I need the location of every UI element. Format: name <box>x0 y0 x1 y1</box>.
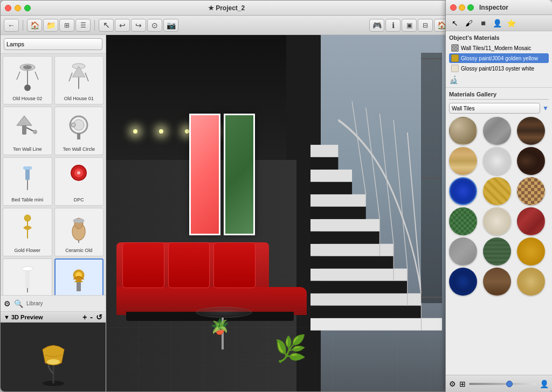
slider-thumb[interactable] <box>506 381 513 387</box>
object-label: Old House 01 <box>64 96 94 102</box>
swatch-item[interactable] <box>483 268 511 296</box>
window-frame <box>421 53 442 303</box>
svg-point-19 <box>71 123 75 127</box>
grid-button[interactable]: ⊞ <box>59 19 74 32</box>
pointer-button[interactable]: ↖ <box>99 19 114 32</box>
object-thumb <box>60 262 97 295</box>
inspector-close[interactable] <box>450 4 457 11</box>
swatch-item[interactable] <box>449 177 477 205</box>
grid-view-button[interactable]: ⊞ <box>459 380 466 388</box>
list-item[interactable]: Gold Flower <box>3 208 52 256</box>
slider-track[interactable] <box>469 383 536 385</box>
svg-rect-51 <box>310 219 380 232</box>
traffic-lights <box>5 5 31 11</box>
list-item[interactable]: Ten Wall Circle <box>54 107 104 155</box>
title-bar: ★ Project_2 <box>1 1 452 16</box>
material-swatch <box>451 54 459 62</box>
swatch-item[interactable] <box>483 207 511 235</box>
inspector-brush-icon[interactable]: 🖌 <box>463 17 475 29</box>
svg-rect-50 <box>310 244 394 256</box>
minimize-button[interactable] <box>15 5 21 11</box>
main-viewport[interactable]: 🪴 🌿 <box>106 35 452 392</box>
zoom-in-button[interactable]: + <box>82 313 87 321</box>
list-item[interactable]: DPC <box>54 157 104 206</box>
swatch-item[interactable] <box>483 177 511 205</box>
maximize-button[interactable] <box>24 5 31 11</box>
list-item[interactable]: Ceramic Old <box>54 208 104 256</box>
swatch-item[interactable] <box>517 117 545 145</box>
settings-icon[interactable]: ⚙ <box>4 299 11 308</box>
undo-button[interactable]: ↩ <box>115 19 130 32</box>
redo-button[interactable]: ↪ <box>131 19 146 32</box>
object-thumb <box>9 59 46 95</box>
svg-point-43 <box>47 359 60 365</box>
material-item[interactable]: Wall Tiles/11_Modern Mosaic <box>449 43 549 53</box>
list-button[interactable]: ☰ <box>75 19 91 32</box>
inspector-minimize[interactable] <box>459 4 465 11</box>
settings-button[interactable]: ⚙ <box>449 380 456 388</box>
view1-button[interactable]: ▣ <box>402 19 417 32</box>
zoom-out-button[interactable]: - <box>90 313 93 321</box>
back-button[interactable]: ← <box>4 19 19 32</box>
rotate-button[interactable]: ↺ <box>96 313 102 321</box>
swatch-item[interactable] <box>483 147 511 175</box>
gallery-select[interactable]: Wall Tiles Floor Tiles Wood Marble Paint <box>449 103 540 114</box>
list-item[interactable]: Old House 01 <box>54 56 104 104</box>
material-label: Glossy paint/1013 oyster white <box>461 66 534 72</box>
svg-line-10 <box>69 73 72 81</box>
swatch-item[interactable] <box>483 237 511 265</box>
view2-button[interactable]: ⊟ <box>418 19 433 32</box>
svg-rect-54 <box>310 145 338 157</box>
inspector-title-bar: Inspector <box>446 0 552 15</box>
inspector-person-icon[interactable]: 👤 <box>491 17 503 29</box>
swatch-item[interactable] <box>517 268 545 296</box>
list-item[interactable]: Old Wall Lamp <box>54 258 104 295</box>
swatch-item[interactable] <box>483 117 511 145</box>
gallery-filter: Wall Tiles Floor Tiles Wood Marble Paint… <box>449 103 549 114</box>
content-area: Lamps Furniture Decor Plants Lighting <box>1 35 452 392</box>
eyedropper-icon[interactable]: 🔬 <box>449 75 458 84</box>
separator <box>23 20 23 31</box>
preview-header[interactable]: ▼ 3D Preview + - ↺ <box>1 312 106 323</box>
home-button[interactable]: 🏠 <box>27 19 42 32</box>
swatch-item[interactable] <box>517 207 545 235</box>
swatch-item[interactable] <box>449 147 477 175</box>
toolbar: ← 🏠 📁 ⊞ ☰ ↖ ↩ ↪ ⊙ 📷 🎮 ℹ ▣ ⊟ 🏠 <box>1 16 452 35</box>
inspector-maximize[interactable] <box>467 4 474 11</box>
table-plant: 🪴 <box>210 318 229 335</box>
person-button[interactable]: 👤 <box>540 380 549 388</box>
swatch-item[interactable] <box>517 147 545 175</box>
preview-title: ▼ 3D Preview <box>4 314 43 320</box>
search-icon[interactable]: 🔍 <box>14 299 23 308</box>
list-item[interactable]: Bamboo <box>3 258 52 295</box>
inspector-star-icon[interactable]: ⭐ <box>505 17 517 29</box>
inspector-pointer-icon[interactable]: ↖ <box>449 17 461 29</box>
camera-button[interactable]: 📷 <box>163 19 178 32</box>
svg-rect-53 <box>310 170 352 182</box>
inspector-shapes-icon[interactable]: ◾ <box>477 17 489 29</box>
game-button[interactable]: 🎮 <box>369 19 384 32</box>
swatch-item[interactable] <box>449 237 477 265</box>
swatch-item[interactable] <box>449 117 477 145</box>
folder-button[interactable]: 📁 <box>43 19 58 32</box>
swatch-item[interactable] <box>517 177 545 205</box>
material-item[interactable]: Glossy paint/J004 golden yellow <box>449 53 549 63</box>
svg-rect-48 <box>310 293 421 306</box>
list-item[interactable]: Old House 02 <box>3 56 52 104</box>
swatch-item[interactable] <box>517 237 545 265</box>
category-select[interactable]: Lamps Furniture Decor Plants Lighting <box>4 38 102 50</box>
swatch-grid <box>449 117 549 296</box>
swatch-item[interactable] <box>449 207 477 235</box>
object-thumb <box>9 261 46 295</box>
gallery-dropdown-icon[interactable]: ▼ <box>542 104 549 112</box>
materials-title: Object's Materials <box>449 34 549 41</box>
list-item[interactable]: Bed Table mini <box>3 157 52 206</box>
svg-rect-12 <box>22 125 26 135</box>
circle-button[interactable]: ⊙ <box>147 19 162 32</box>
close-button[interactable] <box>5 5 11 11</box>
swatch-item[interactable] <box>449 268 477 296</box>
list-item[interactable]: Ten Wall Line <box>3 107 52 155</box>
info-button[interactable]: ℹ <box>385 19 401 32</box>
ceiling-light <box>133 129 137 134</box>
material-item[interactable]: Glossy paint/1013 oyster white <box>449 64 549 73</box>
